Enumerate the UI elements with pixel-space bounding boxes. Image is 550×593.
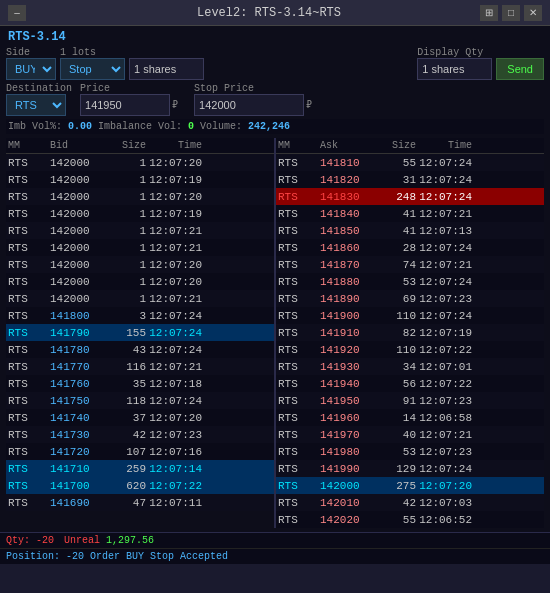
price-currency: ₽ (172, 99, 178, 111)
ask-mm: RTS (278, 361, 316, 373)
bid-time: 12:07:24 (146, 344, 206, 356)
bid-size: 42 (106, 429, 146, 441)
ask-table: MM Ask Size Time RTS 141810 55 12:07:24 … (276, 138, 544, 528)
display-qty-input[interactable] (417, 58, 492, 80)
ask-time: 12:07:24 (416, 310, 476, 322)
bid-price: 142000 (46, 225, 106, 237)
table-row: RTS 141950 91 12:07:23 (276, 392, 544, 409)
title-bar: – Level2: RTS-3.14~RTS ⊞ □ ✕ (0, 0, 550, 26)
ask-size: 55 (376, 157, 416, 169)
ask-size: 55 (376, 514, 416, 526)
table-row: RTS 142000 1 12:07:19 (6, 205, 274, 222)
bid-price: 141740 (46, 412, 106, 424)
ask-size: 31 (376, 174, 416, 186)
ask-size: 110 (376, 310, 416, 322)
bid-price: 141780 (46, 344, 106, 356)
ask-mm: RTS (278, 208, 316, 220)
status-bar: Position: -20 Order BUY Stop Accepted (0, 548, 550, 564)
bid-mm: RTS (8, 497, 46, 509)
ask-mm: RTS (278, 497, 316, 509)
bid-size: 1 (106, 225, 146, 237)
ask-size: 69 (376, 293, 416, 305)
stats-row: Imb Vol%: 0.00 Imbalance Vol: 0 Volume: … (6, 119, 544, 134)
bid-size: 47 (106, 497, 146, 509)
ask-time: 12:07:13 (416, 225, 476, 237)
ask-price: 141810 (316, 157, 376, 169)
ask-price: 141870 (316, 259, 376, 271)
qty-value: -20 (36, 535, 54, 546)
bid-time: 12:07:21 (146, 293, 206, 305)
bid-price: 142000 (46, 259, 106, 271)
table-row: RTS 142010 42 12:07:03 (276, 494, 544, 511)
bid-mm: RTS (8, 412, 46, 424)
ask-col-size: Size (376, 139, 416, 152)
table-row: RTS 141810 55 12:07:24 (276, 154, 544, 171)
table-row: RTS 142000 1 12:07:20 (6, 256, 274, 273)
ask-size: 91 (376, 395, 416, 407)
stop-price-input[interactable] (194, 94, 304, 116)
maximize-button[interactable]: □ (502, 5, 520, 21)
ask-col-time: Time (416, 139, 476, 152)
bid-mm: RTS (8, 191, 46, 203)
table-row: RTS 142000 1 12:07:21 (6, 290, 274, 307)
bid-time: 12:07:21 (146, 242, 206, 254)
ask-size: 14 (376, 412, 416, 424)
bid-time: 12:07:19 (146, 208, 206, 220)
minimize-button[interactable]: – (8, 5, 26, 21)
bid-price: 141720 (46, 446, 106, 458)
close-button[interactable]: ✕ (524, 5, 542, 21)
bid-price: 142000 (46, 191, 106, 203)
ask-col-mm: MM (278, 139, 316, 152)
bid-size: 107 (106, 446, 146, 458)
bid-price: 141790 (46, 327, 106, 339)
table-row: RTS 142000 1 12:07:20 (6, 154, 274, 171)
bid-price: 142000 (46, 174, 106, 186)
order-type-select[interactable]: Stop Limit Market (60, 58, 125, 80)
ask-size: 110 (376, 344, 416, 356)
ask-size: 53 (376, 446, 416, 458)
bid-mm: RTS (8, 378, 46, 390)
bid-size: 118 (106, 395, 146, 407)
ask-header: MM Ask Size Time (276, 138, 544, 154)
unreal-display: Unreal 1,297.56 (64, 535, 154, 546)
side-select[interactable]: BUY SELL (6, 58, 56, 80)
bid-time: 12:07:20 (146, 191, 206, 203)
price-input[interactable] (80, 94, 170, 116)
bid-size: 1 (106, 174, 146, 186)
ask-time: 12:07:01 (416, 361, 476, 373)
shares-input[interactable] (129, 58, 204, 80)
ask-size: 40 (376, 429, 416, 441)
send-button[interactable]: Send (496, 58, 544, 80)
bid-mm: RTS (8, 225, 46, 237)
stop-currency: ₽ (306, 99, 312, 111)
bid-time: 12:07:24 (146, 327, 206, 339)
table-row: RTS 141790 155 12:07:24 (6, 324, 274, 341)
destination-select[interactable]: RTS (6, 94, 66, 116)
bid-mm: RTS (8, 429, 46, 441)
order-book: MM Bid Size Time RTS 142000 1 12:07:20 R… (6, 138, 544, 528)
imb-vol-pct-value: 0.00 (68, 121, 92, 132)
imbalance-vol-value: 0 (188, 121, 194, 132)
table-row: RTS 141890 69 12:07:23 (276, 290, 544, 307)
ask-mm: RTS (278, 191, 316, 203)
bid-mm: RTS (8, 310, 46, 322)
stop-price-label: Stop Price (194, 83, 310, 94)
ask-time: 12:07:22 (416, 344, 476, 356)
ask-price: 141980 (316, 446, 376, 458)
bid-size: 1 (106, 259, 146, 271)
bid-mm: RTS (8, 463, 46, 475)
table-row: RTS 141720 107 12:07:16 (6, 443, 274, 460)
table-row: RTS 141820 31 12:07:24 (276, 171, 544, 188)
ask-mm: RTS (278, 327, 316, 339)
ask-mm: RTS (278, 310, 316, 322)
ask-time: 12:07:03 (416, 497, 476, 509)
window-title: Level2: RTS-3.14~RTS (58, 6, 480, 20)
ask-time: 12:07:22 (416, 378, 476, 390)
pin-button[interactable]: ⊞ (480, 5, 498, 21)
table-row: RTS 141870 74 12:07:21 (276, 256, 544, 273)
ask-time: 12:07:23 (416, 446, 476, 458)
side-label: Side (6, 47, 54, 58)
table-row: RTS 141780 43 12:07:24 (6, 341, 274, 358)
ask-price: 141900 (316, 310, 376, 322)
bid-price: 141760 (46, 378, 106, 390)
